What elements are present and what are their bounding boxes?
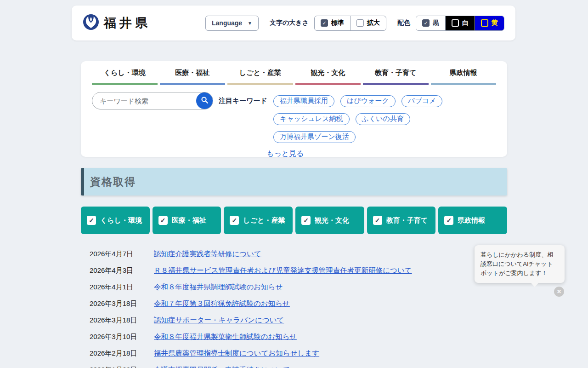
checkbox-icon: ✓: [321, 19, 328, 27]
news-link[interactable]: Ｒ８福井県サービス管理責任者および児童発達支援管理責任者更新研修について: [154, 266, 412, 276]
checkbox-checked-icon: ✓: [444, 216, 453, 225]
news-row: 2026年1月26日 介護支援専門員関係 申請手続きについて: [81, 362, 507, 368]
text-size-option-label: 拡大: [367, 19, 380, 27]
page-title: 資格取得: [90, 175, 136, 189]
news-link[interactable]: 令和７年度第３回狩猟免許試験のお知らせ: [154, 299, 290, 309]
news-date: 2026年3月18日: [90, 299, 154, 308]
keyword-pills: 福井県職員採用はぴウォークパブコメキャッシュレス納税ふくいの共育万博福井県ゾーン…: [273, 92, 496, 143]
color-scheme-option[interactable]: 白: [445, 16, 475, 30]
keyword-pill[interactable]: 福井県職員採用: [273, 95, 334, 107]
close-icon: ✕: [557, 288, 561, 295]
filter-label: 観光・文化: [315, 216, 349, 225]
search-row: 注目キーワード 福井県職員採用はぴウォークパブコメキャッシュレス納税ふくいの共育…: [92, 92, 496, 143]
news-row: 2026年3月10日 令和８年度福井県製菓衛生師試験のお知らせ: [81, 328, 507, 345]
featured-keywords-label: 注目キーワード: [219, 92, 267, 109]
filter-label: 医療・福祉: [172, 216, 206, 225]
news-row: 2026年2月18日 福井県農薬管理指導士制度についてお知らせします: [81, 345, 507, 362]
chevron-down-icon: ▼: [248, 21, 252, 26]
news-link[interactable]: 介護支援専門員関係 申請手続きについて: [154, 365, 290, 368]
more-keywords-link[interactable]: もっと見る: [266, 149, 304, 159]
category-tabs: くらし・環境 医療・福祉 しごと・産業 観光・文化 教育・子育て 県政情報: [92, 61, 496, 85]
filter-label: しごと・産業: [243, 216, 285, 225]
section-banner: 資格取得: [81, 168, 507, 196]
tab-underline: [160, 83, 226, 85]
nav-tab[interactable]: 観光・文化: [295, 61, 361, 85]
checkbox-checked-icon: ✓: [301, 216, 311, 225]
color-scheme-option[interactable]: 黄: [475, 16, 504, 30]
nav-tab-label: 県政情報: [450, 69, 477, 76]
checkbox-checked-icon: ✓: [373, 216, 382, 225]
news-link[interactable]: 令和８年度福井県製菓衛生師試験のお知らせ: [154, 332, 297, 342]
color-scheme-option-label: 黒: [433, 19, 439, 27]
checkbox-icon: [356, 19, 364, 27]
color-scheme-toggle: ✓ 黒 白 黄: [416, 16, 504, 31]
header-controls: Language ▼ 文字の大きさ ✓ 標準 拡大 配色 ✓ 黒 白: [205, 16, 504, 31]
checkbox-checked-icon: ✓: [158, 216, 168, 225]
checkbox-checked-icon: ✓: [87, 216, 96, 225]
news-date: 2026年3月18日: [90, 316, 154, 325]
search-input[interactable]: [92, 92, 213, 109]
tab-underline: [295, 83, 361, 85]
chatbot-message: 暮らしにかかわる制度、相談窓口についてAIチャットボットがご案内します！: [481, 251, 553, 276]
news-date: 2026年3月10日: [90, 333, 154, 341]
filter-button[interactable]: ✓ 医療・福祉: [153, 207, 221, 234]
checkbox-checked-icon: ✓: [230, 216, 239, 225]
text-size-label: 文字の大きさ: [270, 19, 309, 27]
keyword-pill[interactable]: キャッシュレス納税: [273, 113, 349, 125]
site-title: 福井県: [104, 15, 151, 31]
keyword-pill[interactable]: はぴウォーク: [340, 95, 396, 107]
color-scheme-label: 配色: [397, 19, 410, 27]
nav-tab-label: しごと・産業: [239, 69, 281, 76]
news-row: 2026年4月1日 令和８年度福井県調理師試験のお知らせ: [81, 279, 507, 295]
language-label: Language: [212, 19, 242, 27]
banner-accent-bar: [81, 168, 84, 196]
nav-tab[interactable]: しごと・産業: [227, 61, 293, 85]
news-link[interactable]: 認知症介護実践者等研修について: [154, 249, 261, 259]
keyword-pill[interactable]: 万博福井県ゾーン復活: [273, 131, 356, 143]
nav-tab[interactable]: 県政情報: [431, 61, 497, 85]
news-date: 2026年4月7日: [90, 250, 154, 259]
nav-tab[interactable]: くらし・環境: [92, 61, 158, 85]
news-row: 2026年3月18日 認知症サポーター・キャラバンについて: [81, 312, 507, 328]
news-row: 2026年4月7日 認知症介護実践者等研修について: [81, 246, 507, 262]
nav-tab[interactable]: 医療・福祉: [160, 61, 226, 85]
text-size-option[interactable]: ✓ 標準: [315, 16, 350, 30]
tab-underline: [431, 83, 497, 85]
text-size-option[interactable]: 拡大: [350, 16, 386, 30]
site-header: 福井県 Language ▼ 文字の大きさ ✓ 標準 拡大 配色 ✓ 黒: [72, 6, 515, 40]
news-link[interactable]: 福井県農薬管理指導士制度についてお知らせします: [154, 349, 319, 358]
filter-button[interactable]: ✓ 県政情報: [438, 207, 507, 234]
filter-button[interactable]: ✓ 教育・子育て: [367, 207, 436, 234]
nav-tab-label: 教育・子育て: [375, 69, 416, 76]
news-row: 2026年4月3日 Ｒ８福井県サービス管理責任者および児童発達支援管理責任者更新…: [81, 262, 507, 279]
site-logo[interactable]: 福井県: [83, 14, 151, 32]
nav-tab[interactable]: 教育・子育て: [363, 61, 429, 85]
language-dropdown[interactable]: Language ▼: [205, 16, 259, 31]
filter-label: 県政情報: [458, 216, 485, 225]
news-date: 2026年2月18日: [90, 349, 154, 358]
news-link[interactable]: 認知症サポーター・キャラバンについて: [154, 316, 284, 325]
category-filters: ✓ くらし・環境 ✓ 医療・福祉 ✓ しごと・産業 ✓ 観光・文化 ✓ 教育・子…: [81, 207, 507, 234]
nav-tab-label: 医療・福祉: [175, 69, 209, 76]
news-row: 2026年3月18日 令和７年度第３回狩猟免許試験のお知らせ: [81, 295, 507, 312]
keyword-pill[interactable]: ふくいの共育: [356, 113, 410, 125]
filter-button[interactable]: ✓ くらし・環境: [81, 207, 150, 234]
color-scheme-option[interactable]: ✓ 黒: [416, 16, 445, 30]
nav-tab-label: くらし・環境: [104, 69, 146, 76]
news-list: 2026年4月7日 認知症介護実践者等研修について 2026年4月3日 Ｒ８福井…: [81, 246, 507, 368]
color-scheme-option-label: 白: [462, 19, 469, 27]
text-size-option-label: 標準: [331, 19, 344, 27]
chatbot-tooltip: 暮らしにかかわる制度、相談窓口についてAIチャットボットがご案内します！: [475, 245, 565, 283]
fukui-emblem-icon: [83, 14, 99, 32]
news-link[interactable]: 令和８年度福井県調理師試験のお知らせ: [154, 282, 283, 292]
news-date: 2026年4月1日: [90, 283, 154, 292]
filter-button[interactable]: ✓ しごと・産業: [224, 207, 293, 234]
filter-button[interactable]: ✓ 観光・文化: [295, 207, 364, 234]
text-size-toggle: ✓ 標準 拡大: [314, 16, 386, 31]
chatbot-close-button[interactable]: ✕: [554, 287, 564, 297]
filter-label: 教育・子育て: [386, 216, 428, 225]
search-button[interactable]: [196, 92, 213, 109]
checkbox-icon: [452, 19, 459, 27]
keyword-pill[interactable]: パブコメ: [401, 95, 442, 107]
nav-search-card: くらし・環境 医療・福祉 しごと・産業 観光・文化 教育・子育て 県政情報: [81, 61, 507, 157]
